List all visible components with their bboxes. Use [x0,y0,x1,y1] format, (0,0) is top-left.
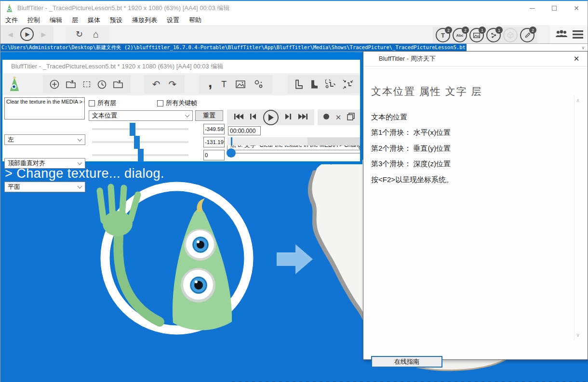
valign-value: 顶部垂直对齐 [8,159,45,168]
help-line: 按<F2>以呈现坐标系统。 [371,175,453,184]
record-key-button[interactable] [323,113,330,121]
selection-box-icon[interactable] [83,81,90,87]
layer-outline-icon[interactable] [294,79,303,89]
particle-layer-icon[interactable] [254,80,263,89]
layer-rotation-icon[interactable] [325,79,336,89]
undo-icon[interactable]: ↶ [152,79,160,89]
character-curl [197,198,205,212]
text-layer-icon[interactable]: T [221,79,227,90]
forward-icon[interactable]: ▶ [41,31,46,38]
z-slider-thumb[interactable] [138,149,144,162]
back-icon[interactable]: ◀ [8,31,13,38]
timeline-marker[interactable] [231,137,232,145]
duration-clock-icon[interactable] [97,80,107,89]
time-slider-track[interactable] [231,153,360,154]
next-key-button[interactable] [285,113,292,121]
home-icon[interactable]: ⌂ [93,29,99,39]
hamburger-menu-icon[interactable] [573,30,583,39]
maximize-button[interactable] [543,1,565,15]
help-panel-body: 文本位置 属性 文字 层 文本的位置 第1个滑块： 水平(x)位置 第2个滑块：… [363,66,588,359]
editor-controls: Clear the texture in the MEDIA > C 所有层 所… [2,95,360,161]
x-value-field[interactable]: -349.5999 [203,124,225,134]
text-layers-button[interactable]: T 2 [436,28,450,42]
checkbox-icon [157,100,163,106]
x-slider-track[interactable] [92,128,188,130]
menu-help[interactable]: 帮助 [184,16,206,25]
menu-edit[interactable]: 编辑 [45,16,67,25]
redo-icon[interactable]: ↷ [168,79,176,89]
go-end-button[interactable] [298,113,308,121]
traced-hand-shape [308,159,367,325]
chevron-down-icon[interactable]: ∨ [581,45,585,50]
y-slider-thumb[interactable] [134,136,140,149]
chevron-down-icon [185,113,190,118]
timeline-track[interactable] [227,137,360,145]
play-show-button[interactable]: ▶ [20,27,34,41]
paragraph-layers-button[interactable]: Abc 2 [453,28,467,42]
menu-bar: 文件 控制 编辑 层 媒体 预设 播放列表 设置 帮助 [0,15,588,25]
chevron-down-icon [78,184,82,189]
scroll-up-icon[interactable]: ∧ [576,97,580,104]
scroll-down-icon[interactable]: ∨ [576,332,580,338]
character-eye-upper [184,229,216,261]
close-button[interactable]: ✕ [565,1,588,15]
model-layers-button[interactable]: 1 [486,28,501,42]
online-guide-button[interactable]: 在线指南 [371,356,442,368]
property-dropdown[interactable]: 文本位置 [89,110,193,121]
refresh-icon[interactable]: ↻ [76,30,83,39]
workspace: > Change texture... dialog. BluffTitler … [0,52,588,382]
delete-key-button[interactable]: ✕ [335,113,342,122]
character-eye-lower [181,268,215,303]
add-layer-icon[interactable] [50,79,59,89]
menu-presets[interactable]: 预设 [105,16,127,25]
title-bar: BluffTitler - _TracedPictureLesson5.bt *… [0,1,588,15]
y-value-field[interactable]: -131.1999 [203,137,225,147]
picture-layers-button[interactable]: 1 [469,28,484,42]
valign-dropdown[interactable]: 顶部垂直对齐 [4,158,85,169]
menu-layer[interactable]: 层 [67,16,83,25]
play-button[interactable] [263,110,279,125]
help-close-icon[interactable]: ✕ [570,53,583,64]
help-line: 第3个滑块： 深度(z)位置 [371,159,451,169]
main-toolbar: ◀ ▶ ▶ ↻ ⌂ T 2 Abc 2 1 1 [0,25,588,43]
all-keyframes-checkbox[interactable]: 所有关键帧 [157,99,197,107]
plane-value: 平面 [8,183,20,191]
help-line: 第1个滑块： 水平(x)位置 [371,128,451,137]
reset-button[interactable]: 重置 [195,110,223,121]
property-dropdown-value: 文本位置 [92,111,117,120]
menu-file[interactable]: 文件 [0,16,23,25]
chevron-down-icon [78,137,82,142]
help-scrollbar[interactable]: ∧ ∨ [574,95,583,340]
menu-playlist[interactable]: 播放列表 [127,16,162,25]
minimize-button[interactable] [521,1,543,15]
menu-control[interactable]: 控制 [23,16,45,25]
halign-dropdown[interactable]: 左 [4,134,85,145]
all-layers-checkbox[interactable]: 所有层 [89,99,116,107]
picture-layer-icon[interactable] [236,80,245,88]
import-media-icon[interactable] [113,80,124,89]
chevron-down-icon [78,160,82,165]
plane-dropdown[interactable]: 平面 [4,182,85,192]
editor-tool-window: BluffTitler - _TracedPictureLesson5.bt *… [0,52,362,164]
go-start-button[interactable] [234,113,243,121]
menu-media[interactable]: 媒体 [83,16,105,25]
menu-settings[interactable]: 设置 [162,16,184,25]
time-field[interactable]: 00:00.000 [228,126,261,135]
cube-layers-button[interactable] [503,28,518,42]
pencil-layers-button[interactable]: 2 [520,28,535,42]
z-value-field[interactable]: 0 [203,150,225,160]
model-layers-badge: 1 [495,26,503,34]
x-slider-thumb[interactable] [130,123,135,136]
layer-arrows-icon[interactable] [343,79,353,89]
prev-key-button[interactable] [250,113,256,121]
playback-controls [227,109,314,125]
time-slider-thumb[interactable] [227,148,236,158]
text-layers-badge: 2 [445,26,452,34]
y-slider-track[interactable] [92,141,188,143]
open-export-icon[interactable] [66,80,77,89]
layer-text-input[interactable]: Clear the texture in the MEDIA > C [4,97,85,119]
community-icon[interactable] [554,29,569,39]
layer-filled-icon[interactable] [310,79,319,89]
help-panel-title: BluffTitler - 周济天下 [379,54,436,63]
copy-key-button[interactable] [347,113,355,122]
